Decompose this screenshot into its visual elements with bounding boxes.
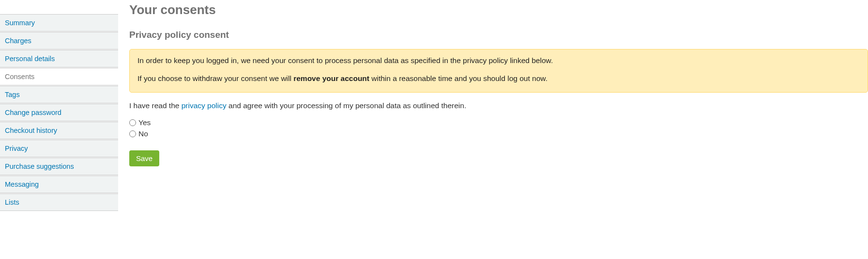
sidebar-item-label: Consents (5, 73, 34, 81)
sidebar-item-label: Change password (5, 109, 61, 116)
sidebar-item-tags[interactable]: Tags (0, 86, 118, 103)
sidebar-item-lists[interactable]: Lists (0, 194, 118, 211)
alert-line-1: In order to keep you logged in, we need … (137, 56, 860, 65)
radio-yes[interactable] (129, 119, 136, 126)
alert-box: In order to keep you logged in, we need … (129, 49, 868, 93)
sidebar-item-checkout-history[interactable]: Checkout history (0, 122, 118, 139)
sidebar-item-change-password[interactable]: Change password (0, 104, 118, 121)
sidebar-item-purchase-suggestions[interactable]: Purchase suggestions (0, 158, 118, 175)
consent-text: I have read the privacy policy and agree… (129, 101, 868, 110)
save-button[interactable]: Save (129, 150, 159, 166)
sidebar-item-label: Checkout history (5, 127, 57, 134)
sidebar-item-label: Messaging (5, 180, 39, 188)
radio-row-yes[interactable]: Yes (129, 117, 868, 128)
alert-line-2: If you choose to withdraw your consent w… (137, 74, 860, 83)
sidebar-item-consents[interactable]: Consents (0, 68, 118, 85)
sidebar: Summary Charges Personal details Consent… (0, 0, 118, 211)
sidebar-item-label: Lists (5, 198, 19, 206)
sidebar-item-label: Personal details (5, 55, 55, 63)
sidebar-item-label: Charges (5, 37, 31, 45)
sidebar-item-label: Summary (5, 19, 35, 27)
radio-label-no: No (138, 128, 148, 139)
page-title: Your consents (129, 2, 868, 17)
sidebar-item-privacy[interactable]: Privacy (0, 140, 118, 157)
consent-radio-group: Yes No (129, 117, 868, 140)
sidebar-item-label: Privacy (5, 145, 28, 152)
section-title: Privacy policy consent (129, 30, 868, 40)
main-content: Your consents Privacy policy consent In … (118, 0, 868, 211)
privacy-policy-link[interactable]: privacy policy (182, 101, 227, 110)
radio-label-yes: Yes (138, 117, 151, 128)
sidebar-item-label: Tags (5, 91, 20, 98)
sidebar-item-messaging[interactable]: Messaging (0, 176, 118, 193)
sidebar-item-charges[interactable]: Charges (0, 32, 118, 49)
radio-no[interactable] (129, 130, 136, 137)
sidebar-item-personal-details[interactable]: Personal details (0, 50, 118, 67)
sidebar-item-summary[interactable]: Summary (0, 14, 118, 32)
radio-row-no[interactable]: No (129, 128, 868, 139)
sidebar-item-label: Purchase suggestions (5, 162, 74, 170)
